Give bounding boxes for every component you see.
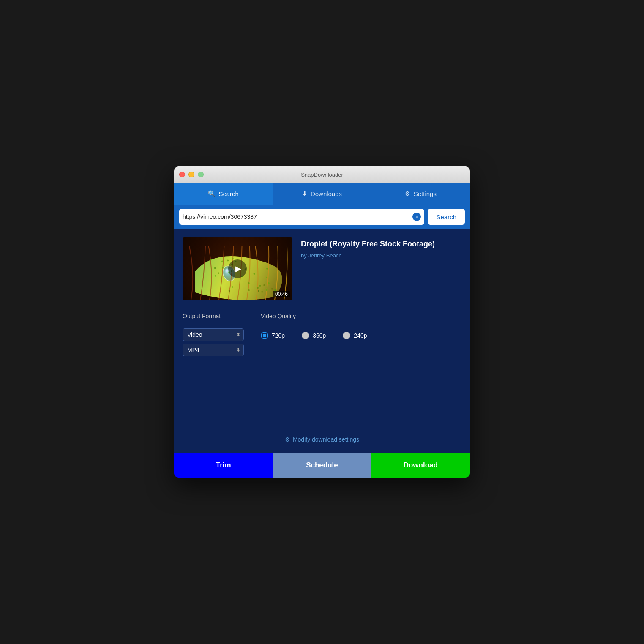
video-title: Droplet (Royalty Free Stock Footage) bbox=[301, 239, 435, 249]
video-quality-group: Video Quality 720p 360p 240p bbox=[261, 313, 461, 339]
search-bar-area: × Search bbox=[174, 205, 470, 229]
quality-720p[interactable]: 720p bbox=[261, 332, 285, 339]
video-author: by Jeffrey Beach bbox=[301, 252, 435, 259]
settings-tab-icon: ⚙ bbox=[405, 190, 410, 197]
radio-360p[interactable] bbox=[302, 332, 309, 339]
output-format-group: Output Format Video Audio ⬍ MP4 MKV MOV … bbox=[183, 313, 244, 356]
schedule-button[interactable]: Schedule bbox=[273, 453, 371, 478]
format-select[interactable]: Video Audio bbox=[183, 328, 244, 341]
container-select-wrapper: MP4 MKV MOV AVI ⬍ bbox=[183, 344, 244, 356]
video-duration: 00:46 bbox=[273, 291, 290, 297]
trim-button[interactable]: Trim bbox=[174, 453, 273, 478]
format-select-wrapper: Video Audio ⬍ bbox=[183, 328, 244, 341]
output-format-label: Output Format bbox=[183, 313, 244, 322]
video-section: ▶ 00:46 Droplet (Royalty Free Stock Foot… bbox=[183, 237, 461, 300]
video-info: Droplet (Royalty Free Stock Footage) by … bbox=[301, 237, 435, 300]
url-input-wrapper: × bbox=[179, 209, 424, 225]
search-tab-icon: 🔍 bbox=[208, 190, 215, 197]
traffic-lights bbox=[179, 172, 204, 177]
modify-settings-link[interactable]: ⚙ Modify download settings bbox=[183, 436, 461, 443]
download-button[interactable]: Download bbox=[371, 453, 470, 478]
downloads-tab-icon: ⬇ bbox=[302, 190, 307, 197]
url-input[interactable] bbox=[183, 213, 412, 220]
tab-downloads-label: Downloads bbox=[311, 190, 342, 197]
quality-360p[interactable]: 360p bbox=[302, 332, 326, 339]
container-select[interactable]: MP4 MKV MOV AVI bbox=[183, 344, 244, 356]
tab-bar: 🔍 Search ⬇ Downloads ⚙ Settings bbox=[174, 183, 470, 205]
quality-240p-label: 240p bbox=[354, 332, 367, 339]
radio-240p[interactable] bbox=[343, 332, 350, 339]
bottom-bar: Trim Schedule Download bbox=[174, 453, 470, 478]
quality-360p-label: 360p bbox=[313, 332, 326, 339]
quality-options: 720p 360p 240p bbox=[261, 332, 461, 339]
quality-240p[interactable]: 240p bbox=[343, 332, 367, 339]
app-window: SnapDownloader 🔍 Search ⬇ Downloads ⚙ Se… bbox=[174, 166, 470, 478]
main-content: ▶ 00:46 Droplet (Royalty Free Stock Foot… bbox=[174, 229, 470, 453]
modify-settings-label: Modify download settings bbox=[293, 436, 359, 443]
search-button[interactable]: Search bbox=[428, 209, 465, 225]
play-button[interactable]: ▶ bbox=[228, 259, 247, 278]
options-section: Output Format Video Audio ⬍ MP4 MKV MOV … bbox=[183, 313, 461, 356]
title-bar: SnapDownloader bbox=[174, 166, 470, 183]
window-title: SnapDownloader bbox=[301, 172, 343, 178]
tab-settings-label: Settings bbox=[414, 190, 437, 197]
maximize-button[interactable] bbox=[198, 172, 204, 177]
radio-720p[interactable] bbox=[261, 332, 268, 339]
gear-icon: ⚙ bbox=[285, 436, 290, 443]
video-quality-label: Video Quality bbox=[261, 313, 461, 322]
minimize-button[interactable] bbox=[188, 172, 194, 177]
close-button[interactable] bbox=[179, 172, 185, 177]
clear-button[interactable]: × bbox=[412, 213, 421, 221]
tab-settings[interactable]: ⚙ Settings bbox=[371, 183, 470, 205]
tab-search-label: Search bbox=[218, 190, 239, 197]
tab-downloads[interactable]: ⬇ Downloads bbox=[273, 183, 371, 205]
quality-720p-label: 720p bbox=[272, 332, 285, 339]
tab-search[interactable]: 🔍 Search bbox=[174, 183, 273, 205]
video-thumbnail[interactable]: ▶ 00:46 bbox=[183, 237, 292, 300]
